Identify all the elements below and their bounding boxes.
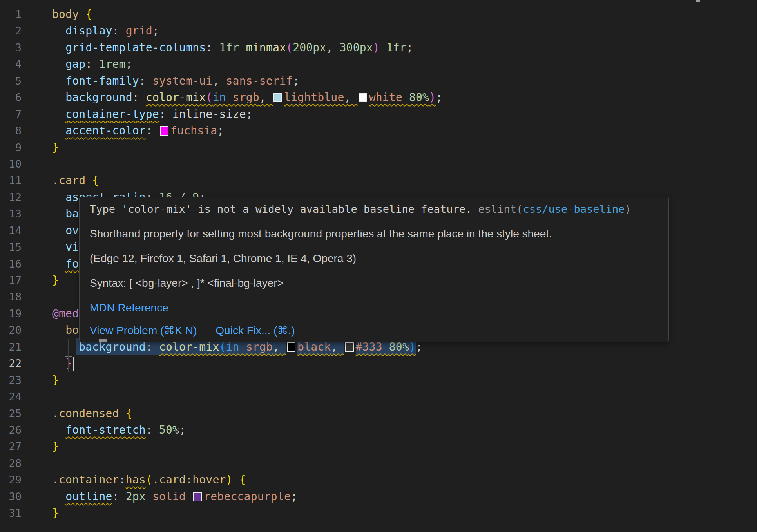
code-line[interactable]: 3 grid-template-columns: 1fr minmax(200p… (0, 40, 757, 56)
code-text[interactable]: container-type: inline-size; (52, 106, 253, 123)
color-swatch[interactable] (345, 342, 354, 352)
line-number[interactable]: 19 (0, 306, 22, 322)
line-number[interactable]: 24 (0, 389, 22, 405)
color-swatch[interactable] (193, 492, 202, 501)
line-number[interactable]: 9 (0, 139, 22, 156)
indent-guide (68, 339, 69, 355)
code-text[interactable]: .card { (52, 172, 99, 189)
code-token: .condensed (52, 407, 126, 420)
code-text[interactable]: ov (52, 223, 79, 239)
color-swatch[interactable] (273, 93, 282, 102)
line-number[interactable]: 11 (0, 172, 22, 189)
quick-fix-action[interactable]: Quick Fix... (⌘.) (216, 324, 295, 337)
code-token: ov (65, 224, 79, 237)
line-number[interactable]: 28 (0, 455, 22, 472)
line-number[interactable]: 14 (0, 223, 22, 239)
color-swatch[interactable] (160, 126, 168, 136)
code-token: ; (291, 490, 297, 503)
line-number[interactable]: 30 (0, 489, 22, 505)
line-number[interactable]: 26 (0, 422, 22, 438)
indent-guide (55, 123, 55, 139)
color-swatch[interactable] (359, 93, 367, 102)
code-line[interactable]: 4 gap: 1rem; (0, 56, 757, 72)
code-text[interactable]: body { (52, 6, 92, 23)
line-number[interactable]: 23 (0, 372, 22, 389)
code-line[interactable]: 11.card { (0, 172, 757, 189)
code-text[interactable]: vi (52, 239, 79, 255)
line-number[interactable]: 20 (0, 322, 22, 338)
code-text[interactable]: } (52, 438, 59, 455)
line-number[interactable]: 27 (0, 438, 22, 455)
code-line[interactable]: 7 container-type: inline-size; (0, 106, 757, 123)
line-number[interactable]: 7 (0, 106, 22, 123)
line-number[interactable]: 4 (0, 56, 22, 72)
code-line[interactable]: 23} (0, 372, 757, 389)
line-number[interactable]: 2 (0, 23, 22, 39)
line-number[interactable]: 25 (0, 405, 22, 422)
code-line[interactable]: 29.container:has(.card:hover) { (0, 472, 757, 488)
code-text[interactable]: grid-template-columns: 1fr minmax(200px,… (52, 40, 413, 56)
code-text[interactable]: outline: 2px solid rebeccapurple; (52, 489, 297, 505)
line-number[interactable]: 18 (0, 289, 22, 305)
code-text[interactable]: } (52, 372, 59, 389)
indent-guide (55, 73, 55, 89)
line-number[interactable]: 21 (0, 339, 22, 355)
code-text[interactable]: } (52, 505, 59, 521)
line-number[interactable]: 6 (0, 89, 22, 106)
code-text[interactable]: } (52, 139, 59, 156)
line-number[interactable]: 10 (0, 156, 22, 172)
code-text[interactable]: font-stretch: 50%; (52, 422, 186, 438)
code-text[interactable]: fo (52, 256, 79, 272)
indent-guide (55, 89, 55, 106)
code-text[interactable]: accent-color: fuchsia; (52, 123, 224, 139)
code-line[interactable]: 26 font-stretch: 50%; (0, 422, 757, 438)
view-problem-action[interactable]: View Problem (⌘K N) (90, 324, 197, 337)
code-text[interactable]: font-family: system-ui, sans-serif; (52, 73, 299, 89)
code-line[interactable]: 25.condensed { (0, 405, 757, 422)
code-line[interactable]: 2 display: grid; (0, 23, 757, 39)
line-number[interactable]: 16 (0, 256, 22, 272)
line-number[interactable]: 1 (0, 6, 22, 23)
code-line[interactable]: 27} (0, 438, 757, 455)
code-text[interactable]: background: color-mix(in srgb, lightblue… (52, 89, 442, 106)
line-number[interactable]: 22 (0, 355, 22, 372)
code-line[interactable]: 24 (0, 389, 757, 405)
eslint-rule-link[interactable]: css/use-baseline (523, 203, 625, 215)
hover-resize-grip[interactable] (99, 339, 107, 342)
code-line[interactable]: 10 (0, 156, 757, 172)
code-text[interactable]: display: grid; (52, 23, 159, 39)
code-token: } (52, 141, 59, 154)
code-text[interactable]: gap: 1rem; (52, 56, 132, 72)
code-text[interactable]: .container:has(.card:hover) { (52, 472, 246, 488)
code-text[interactable]: .condensed { (52, 405, 132, 422)
code-line[interactable]: 1body { (0, 6, 757, 23)
code-text[interactable]: bo (52, 322, 79, 338)
code-token: ( (146, 473, 152, 486)
code-line[interactable]: 30 outline: 2px solid rebeccapurple; (0, 489, 757, 505)
code-text[interactable]: ba (52, 206, 79, 222)
color-swatch[interactable] (287, 342, 295, 352)
code-token: solid (152, 490, 192, 503)
code-text[interactable]: } (52, 355, 74, 372)
code-line[interactable]: 8 accent-color: fuchsia; (0, 123, 757, 139)
problem-source-prefix: eslint( (478, 203, 523, 215)
line-number[interactable]: 8 (0, 123, 22, 139)
code-line[interactable]: 22 } (0, 355, 757, 372)
code-line[interactable]: 6 background: color-mix(in srgb, lightbl… (0, 89, 757, 106)
code-text[interactable]: } (52, 272, 59, 289)
line-number[interactable]: 17 (0, 272, 22, 289)
code-line[interactable]: 9} (0, 139, 757, 156)
line-number[interactable]: 13 (0, 206, 22, 222)
code-line[interactable]: 31} (0, 505, 757, 521)
line-number[interactable]: 15 (0, 239, 22, 255)
code-text[interactable]: @med (52, 306, 79, 322)
mdn-reference-link[interactable]: MDN Reference (90, 301, 658, 315)
code-token: gap (65, 58, 85, 71)
line-number[interactable]: 3 (0, 40, 22, 56)
line-number[interactable]: 5 (0, 73, 22, 89)
line-number[interactable]: 29 (0, 472, 22, 488)
line-number[interactable]: 12 (0, 189, 22, 206)
code-line[interactable]: 5 font-family: system-ui, sans-serif; (0, 73, 757, 89)
code-line[interactable]: 28 (0, 455, 757, 472)
line-number[interactable]: 31 (0, 505, 22, 521)
